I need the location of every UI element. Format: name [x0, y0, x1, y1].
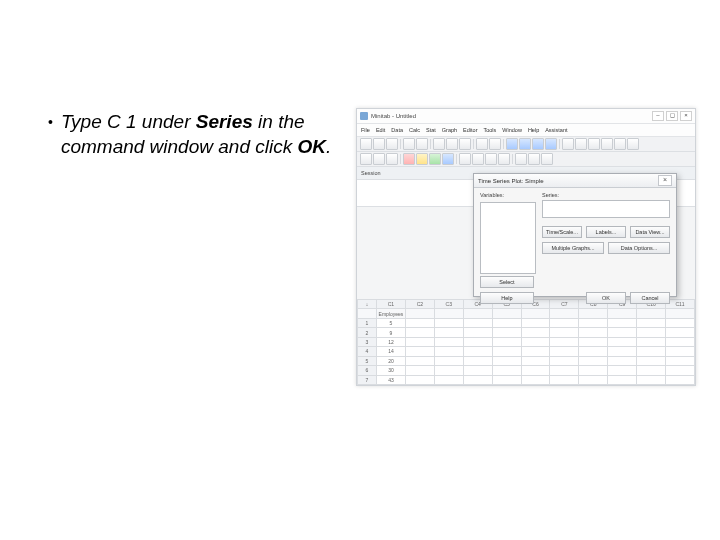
- instr-frag-post: .: [326, 136, 331, 157]
- ok-button[interactable]: OK: [586, 292, 626, 304]
- variables-listbox[interactable]: [480, 202, 536, 274]
- tb-btn[interactable]: [541, 153, 553, 165]
- tb-btn[interactable]: [476, 138, 488, 150]
- menu-editor[interactable]: Editor: [463, 127, 477, 133]
- menu-file[interactable]: File: [361, 127, 370, 133]
- tb-btn[interactable]: [532, 138, 544, 150]
- tb-btn[interactable]: [459, 138, 471, 150]
- multiple-graphs-button[interactable]: Multiple Graphs...: [542, 242, 604, 254]
- cell[interactable]: 20: [377, 356, 406, 365]
- col-header[interactable]: C1: [377, 300, 406, 309]
- tb-btn[interactable]: [373, 153, 385, 165]
- session-label: Session: [361, 170, 381, 176]
- table-row: 7 43: [358, 375, 695, 385]
- tb-btn[interactable]: [442, 153, 454, 165]
- tb-btn[interactable]: [519, 138, 531, 150]
- col-header[interactable]: C3: [434, 300, 463, 309]
- series-input[interactable]: [542, 200, 670, 218]
- varname-cell[interactable]: Employees: [377, 309, 406, 318]
- cell[interactable]: 43: [377, 375, 406, 385]
- dialog-close-button[interactable]: ×: [658, 175, 672, 186]
- tb-btn[interactable]: [403, 153, 415, 165]
- series-label: Series:: [542, 192, 559, 198]
- dialog-titlebar: Time Series Plot: Simple ×: [474, 174, 676, 188]
- menu-tools[interactable]: Tools: [483, 127, 496, 133]
- menu-calc[interactable]: Calc: [409, 127, 420, 133]
- tb-btn[interactable]: [562, 138, 574, 150]
- tb-btn[interactable]: [429, 153, 441, 165]
- tb-btn[interactable]: [614, 138, 626, 150]
- dialog-title-text: Time Series Plot: Simple: [478, 178, 543, 184]
- row-header[interactable]: 6: [358, 366, 377, 375]
- maximize-button[interactable]: ◻: [666, 111, 678, 121]
- tb-btn[interactable]: [575, 138, 587, 150]
- worksheet-corner[interactable]: ↓: [358, 300, 377, 309]
- row-header[interactable]: 5: [358, 356, 377, 365]
- tb-btn[interactable]: [545, 138, 557, 150]
- cancel-button[interactable]: Cancel: [630, 292, 670, 304]
- tb-btn[interactable]: [416, 138, 428, 150]
- tb-btn[interactable]: [472, 153, 484, 165]
- menu-assistant[interactable]: Assistant: [545, 127, 567, 133]
- tb-btn[interactable]: [360, 153, 372, 165]
- tb-btn[interactable]: [446, 138, 458, 150]
- menu-window[interactable]: Window: [502, 127, 522, 133]
- instr-frag-ok: OK: [297, 136, 326, 157]
- tb-btn[interactable]: [386, 153, 398, 165]
- tb-sep: [400, 154, 401, 164]
- menu-help[interactable]: Help: [528, 127, 539, 133]
- minimize-button[interactable]: –: [652, 111, 664, 121]
- tb-btn[interactable]: [373, 138, 385, 150]
- col-header[interactable]: C2: [405, 300, 434, 309]
- instr-frag-series: Series: [196, 111, 253, 132]
- tb-btn[interactable]: [403, 138, 415, 150]
- tb-btn[interactable]: [627, 138, 639, 150]
- tb-btn[interactable]: [515, 153, 527, 165]
- menu-stat[interactable]: Stat: [426, 127, 436, 133]
- row-header[interactable]: 7: [358, 375, 377, 385]
- cell[interactable]: 5: [377, 318, 406, 327]
- tb-btn[interactable]: [433, 138, 445, 150]
- help-button[interactable]: Help: [480, 292, 534, 304]
- cell[interactable]: 9: [377, 328, 406, 337]
- row-header[interactable]: 3: [358, 337, 377, 346]
- tb-btn[interactable]: [528, 153, 540, 165]
- tb-btn[interactable]: [360, 138, 372, 150]
- instruction-text: Type C 1 under Series in the command win…: [61, 110, 348, 159]
- row-header[interactable]: 1: [358, 318, 377, 327]
- row-header[interactable]: 2: [358, 328, 377, 337]
- tb-sep: [456, 154, 457, 164]
- tb-btn[interactable]: [485, 153, 497, 165]
- menu-edit[interactable]: Edit: [376, 127, 385, 133]
- tb-sep: [430, 139, 431, 149]
- select-button[interactable]: Select: [480, 276, 534, 288]
- labels-button[interactable]: Labels...: [586, 226, 626, 238]
- menu-graph[interactable]: Graph: [442, 127, 457, 133]
- toolbar-row-2: [357, 152, 695, 167]
- timescale-button[interactable]: Time/Scale...: [542, 226, 582, 238]
- tb-btn[interactable]: [459, 153, 471, 165]
- tb-btn[interactable]: [506, 138, 518, 150]
- time-series-dialog: Time Series Plot: Simple × Variables: Se…: [473, 173, 677, 297]
- menu-data[interactable]: Data: [391, 127, 403, 133]
- tb-btn[interactable]: [498, 153, 510, 165]
- cell[interactable]: 30: [377, 366, 406, 375]
- data-options-button[interactable]: Data Options...: [608, 242, 670, 254]
- tb-btn[interactable]: [588, 138, 600, 150]
- worksheet[interactable]: ↓ C1 C2 C3 C4 C5 C6 C7 C8 C9 C10 C11 Emp…: [357, 299, 695, 385]
- tb-btn[interactable]: [416, 153, 428, 165]
- col-header[interactable]: C7: [550, 300, 579, 309]
- instruction-bullet: • Type C 1 under Series in the command w…: [48, 110, 348, 159]
- cell[interactable]: 12: [377, 337, 406, 346]
- tb-sep: [503, 139, 504, 149]
- close-button[interactable]: ×: [680, 111, 692, 121]
- variables-label: Variables:: [480, 192, 504, 198]
- tb-sep: [400, 139, 401, 149]
- data-view-button[interactable]: Data View...: [630, 226, 670, 238]
- tb-btn[interactable]: [386, 138, 398, 150]
- tb-btn[interactable]: [601, 138, 613, 150]
- row-header[interactable]: 4: [358, 347, 377, 356]
- cell[interactable]: 14: [377, 347, 406, 356]
- app-titlebar: Minitab - Untitled – ◻ ×: [357, 109, 695, 124]
- tb-btn[interactable]: [489, 138, 501, 150]
